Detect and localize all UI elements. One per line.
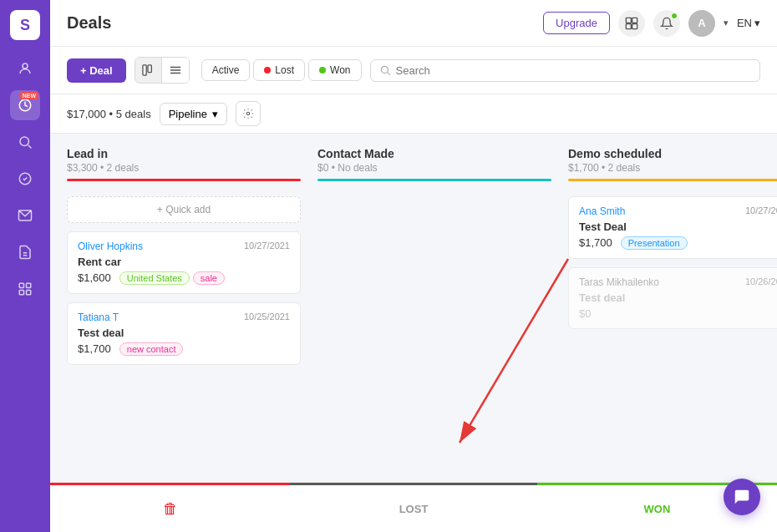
new-badge: NEW	[20, 92, 38, 99]
filter-group: Active Lost Won	[201, 59, 362, 81]
page-title: Deals	[67, 13, 533, 33]
svg-point-19	[381, 66, 388, 73]
apps-icon-btn[interactable]	[618, 10, 645, 37]
column-lead-in-line	[67, 179, 301, 181]
quick-add-button[interactable]: + Quick add	[67, 196, 301, 223]
column-demo-scheduled-header: Demo scheduled $1,700 • 2 deals	[568, 147, 777, 188]
deal-tag[interactable]: new contact	[119, 342, 184, 356]
deal-owner-name: Oliver Hopkins	[78, 241, 143, 252]
lost-dot	[264, 67, 271, 73]
deal-date: 10/27/2021	[745, 205, 777, 217]
kanban-view-button[interactable]	[135, 58, 162, 83]
svg-rect-13	[632, 23, 637, 28]
column-demo-scheduled-subtitle: $1,700 • 2 deals	[568, 162, 777, 174]
column-demo-scheduled: Demo scheduled $1,700 • 2 deals Ana Smit…	[568, 147, 777, 469]
filter-won-button[interactable]: Won	[308, 59, 361, 81]
deal-title: Test deal	[579, 291, 777, 304]
deal-title: Test Deal	[579, 220, 777, 233]
svg-rect-10	[626, 18, 631, 23]
svg-rect-7	[27, 283, 31, 287]
deal-owner-name: Ana Smith	[579, 205, 625, 217]
svg-rect-15	[148, 65, 151, 73]
sidebar-item-tasks[interactable]	[10, 164, 40, 194]
column-lead-in-title: Lead in	[67, 147, 301, 160]
column-contact-made-line	[317, 179, 551, 181]
kanban-board: Lead in $3,300 • 2 deals + Quick add Oli…	[50, 134, 777, 482]
column-lead-in-subtitle: $3,300 • 2 deals	[67, 162, 301, 174]
app-logo[interactable]: S	[10, 10, 40, 40]
column-contact-made-title: Contact Made	[317, 147, 551, 160]
svg-point-2	[20, 137, 29, 146]
search-icon	[379, 64, 391, 76]
svg-rect-14	[143, 65, 146, 75]
subtoolbar: $17,000 • 5 deals Pipeline ▾	[50, 94, 777, 134]
content-area: + Deal Active Lost Won	[50, 47, 777, 532]
svg-point-21	[246, 112, 250, 115]
deal-card[interactable]: Oliver Hopkins 10/27/2021 Rent car $1,60…	[67, 231, 301, 294]
column-contact-made: Contact Made $0 • No deals	[317, 147, 551, 469]
upgrade-button[interactable]: Upgrade	[543, 12, 610, 34]
deal-title: Test deal	[78, 327, 290, 339]
filter-active-button[interactable]: Active	[201, 59, 251, 81]
deal-amount: $1,700	[78, 342, 111, 356]
topbar-actions: Upgrade A ▾ EN ▾	[543, 10, 760, 37]
deal-date: 10/26/2021	[745, 276, 777, 288]
deal-card[interactable]: Tatiana T 10/25/2021 Test deal $1,700 ne…	[67, 302, 301, 365]
add-deal-button[interactable]: + Deal	[67, 58, 126, 83]
language-selector[interactable]: EN ▾	[737, 17, 760, 29]
list-view-button[interactable]	[162, 58, 189, 83]
main-area: Deals Upgrade A ▾ EN ▾ + Deal	[50, 0, 777, 532]
deal-owner-name: Taras Mikhailenko	[579, 276, 659, 288]
column-lead-in-header: Lead in $3,300 • 2 deals	[67, 147, 301, 188]
search-input[interactable]	[396, 64, 751, 77]
column-contact-made-header: Contact Made $0 • No deals	[317, 147, 551, 188]
notification-btn[interactable]	[653, 10, 680, 37]
won-dot	[319, 67, 326, 73]
sidebar-item-search[interactable]	[10, 127, 40, 157]
pipeline-chevron-icon: ▾	[212, 108, 218, 120]
deal-amount: $0	[579, 307, 591, 320]
won-label: WON	[644, 503, 671, 515]
deal-tag[interactable]: sale	[193, 271, 225, 285]
delete-drop-zone[interactable]: 🗑	[50, 483, 290, 532]
pipeline-settings-button[interactable]	[236, 101, 261, 126]
svg-rect-9	[27, 291, 31, 295]
deal-card[interactable]: Ana Smith 10/27/2021 Test Deal $1,700 Pr…	[568, 196, 777, 259]
deal-card[interactable]: Taras Mikhailenko 10/26/2021 Test deal $…	[568, 267, 777, 329]
lost-drop-zone[interactable]: LOST	[290, 483, 537, 532]
avatar[interactable]: A	[688, 10, 715, 37]
column-demo-scheduled-line	[568, 179, 777, 181]
deal-date: 10/25/2021	[244, 312, 290, 323]
toolbar: + Deal Active Lost Won	[50, 47, 777, 94]
sidebar-item-person[interactable]	[10, 53, 40, 84]
svg-line-20	[387, 73, 389, 75]
search-box[interactable]	[370, 59, 760, 82]
bottom-bar: 🗑 LOST WON	[50, 482, 777, 532]
lost-label: LOST	[399, 503, 429, 515]
sidebar-item-dashboard[interactable]	[10, 274, 40, 304]
avatar-chevron[interactable]: ▾	[724, 18, 729, 28]
svg-line-3	[28, 145, 32, 149]
svg-rect-12	[626, 23, 631, 28]
column-demo-scheduled-title: Demo scheduled	[568, 147, 777, 160]
sidebar-item-deals[interactable]: NEW	[10, 90, 40, 120]
svg-rect-6	[19, 283, 23, 287]
chat-bubble-button[interactable]	[724, 479, 760, 515]
deal-tag[interactable]: Presentation	[621, 236, 688, 250]
sidebar: S NEW	[0, 0, 50, 532]
deal-amount: $1,600	[78, 271, 111, 285]
deal-owner-name: Tatiana T	[78, 312, 119, 323]
deal-tag[interactable]: United States	[119, 271, 190, 285]
notification-dot	[671, 13, 678, 19]
topbar: Deals Upgrade A ▾ EN ▾	[50, 0, 777, 47]
deal-amount: $1,700	[579, 236, 612, 250]
pipeline-selector[interactable]: Pipeline ▾	[160, 103, 227, 125]
filter-lost-button[interactable]: Lost	[253, 59, 305, 81]
deal-date: 10/27/2021	[244, 241, 290, 252]
svg-rect-11	[632, 18, 637, 23]
deal-stats: $17,000 • 5 deals	[67, 108, 151, 120]
svg-rect-8	[19, 291, 23, 295]
sidebar-item-integrations[interactable]	[10, 237, 40, 267]
column-lead-in: Lead in $3,300 • 2 deals + Quick add Oli…	[67, 147, 301, 469]
sidebar-item-mail[interactable]	[10, 200, 40, 231]
